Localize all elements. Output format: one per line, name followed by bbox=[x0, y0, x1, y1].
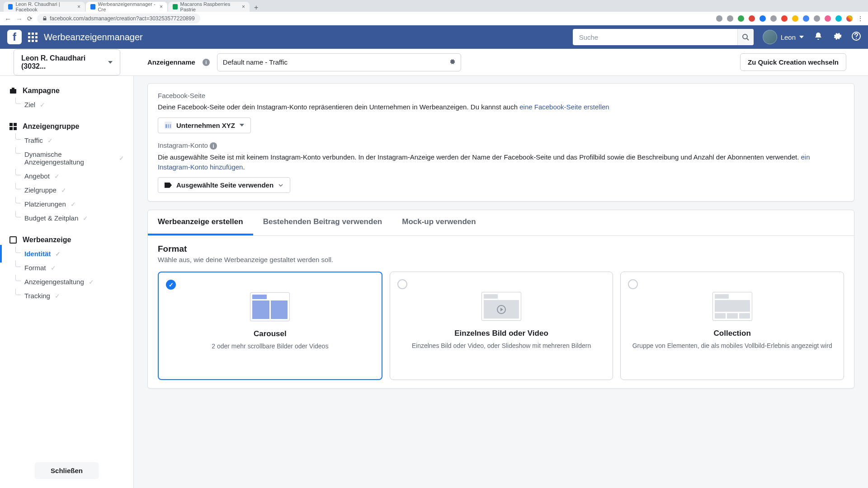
bell-icon[interactable] bbox=[814, 32, 823, 42]
back-icon[interactable]: ← bbox=[5, 15, 11, 23]
check-icon: ✓ bbox=[119, 155, 124, 162]
format-card-carousel[interactable]: Carousel 2 oder mehr scrollbare Bilder o… bbox=[158, 272, 382, 380]
browser-tab[interactable]: Leon R. Chaudhari | Facebook× bbox=[4, 2, 85, 12]
search-icon bbox=[742, 33, 749, 41]
user-menu[interactable]: Leon bbox=[763, 30, 804, 44]
extension-icon[interactable] bbox=[792, 15, 798, 22]
search-input[interactable] bbox=[573, 33, 737, 41]
close-icon[interactable]: × bbox=[160, 4, 163, 10]
sidebar-item-budget[interactable]: Budget & Zeitplan✓ bbox=[0, 211, 133, 225]
check-icon: ✓ bbox=[51, 264, 56, 272]
account-dropdown[interactable]: Leon R. Chaudhari (3032... bbox=[14, 49, 120, 75]
tab-existing-post[interactable]: Bestehenden Beitrag verwenden bbox=[253, 210, 392, 235]
extension-icon[interactable] bbox=[825, 15, 831, 22]
sidebar-item-audience[interactable]: Zielgruppe✓ bbox=[0, 183, 133, 197]
format-card-collection[interactable]: Collection Gruppe von Elementen, die als… bbox=[620, 272, 844, 380]
gear-icon[interactable] bbox=[448, 58, 455, 67]
chevron-down-icon bbox=[108, 61, 113, 64]
creative-card: Werbeanzeige erstellen Bestehenden Beitr… bbox=[147, 210, 854, 389]
extension-icon[interactable] bbox=[814, 15, 820, 22]
svg-rect-6 bbox=[14, 123, 17, 126]
fb-page-label: Facebook-Seite bbox=[158, 92, 844, 99]
briefcase-icon bbox=[9, 87, 17, 95]
sidebar-item-tracking[interactable]: Tracking✓ bbox=[0, 289, 133, 303]
ig-dropdown[interactable]: Ausgewählte Seite verwenden bbox=[158, 177, 290, 193]
flag-icon bbox=[165, 183, 172, 188]
format-title: Format bbox=[158, 244, 844, 254]
content-area: Facebook-Seite Deine Facebook-Seite oder… bbox=[134, 76, 868, 488]
chevron-down-icon bbox=[278, 183, 283, 188]
sidebar-item-placements[interactable]: Platzierungen✓ bbox=[0, 197, 133, 211]
extension-icon[interactable] bbox=[760, 15, 766, 22]
sidebar-item-traffic[interactable]: Traffic✓ bbox=[0, 133, 133, 147]
tab-mockup[interactable]: Mock-up verwenden bbox=[392, 210, 486, 235]
facebook-logo-icon[interactable]: f bbox=[7, 30, 22, 44]
extension-icon[interactable] bbox=[781, 15, 788, 22]
reload-icon[interactable]: ⟳ bbox=[27, 15, 33, 22]
gear-icon[interactable] bbox=[833, 32, 842, 42]
user-name: Leon bbox=[781, 33, 796, 41]
sidebar-head-campaign[interactable]: Kampagne bbox=[0, 84, 133, 98]
sidebar-item-offer[interactable]: Angebot✓ bbox=[0, 169, 133, 183]
ad-icon bbox=[9, 236, 17, 244]
profile-avatar-icon[interactable] bbox=[846, 15, 853, 22]
create-page-link[interactable]: eine Facebook-Seite erstellen bbox=[519, 103, 609, 111]
chevron-down-icon bbox=[240, 124, 244, 127]
check-icon: ✓ bbox=[54, 173, 60, 180]
ad-name-input[interactable] bbox=[223, 58, 448, 66]
extension-icon[interactable] bbox=[749, 15, 755, 22]
svg-rect-4 bbox=[12, 88, 14, 89]
sidebar-item-dynamic[interactable]: Dynamische Anzeigengestaltung✓ bbox=[0, 147, 133, 169]
menu-icon[interactable]: ⋮ bbox=[857, 15, 863, 22]
close-button[interactable]: Schließen bbox=[34, 462, 99, 479]
format-title-text: Carousel bbox=[168, 329, 373, 338]
browser-tab[interactable]: Macarons Raspberries Pastrie× bbox=[168, 2, 250, 12]
tab-title: Werbeanzeigenmanager - Cre bbox=[98, 1, 157, 12]
info-icon[interactable]: i bbox=[210, 142, 217, 150]
extension-icon[interactable] bbox=[727, 15, 733, 22]
extension-icon[interactable] bbox=[835, 15, 842, 22]
svg-rect-8 bbox=[14, 127, 17, 130]
sidebar-item-identity[interactable]: Identität✓ bbox=[0, 247, 133, 261]
sidebar-item-format[interactable]: Format✓ bbox=[0, 261, 133, 275]
avatar bbox=[763, 30, 777, 44]
help-icon[interactable] bbox=[852, 32, 861, 42]
app-title: Werbeanzeigenmanager bbox=[44, 32, 143, 42]
extension-icon[interactable] bbox=[738, 15, 744, 22]
apps-grid-icon[interactable] bbox=[28, 33, 38, 42]
sub-header: Leon R. Chaudhari (3032... Anzeigenname … bbox=[0, 49, 868, 76]
sidebar-item-creative[interactable]: Anzeigengestaltung✓ bbox=[0, 275, 133, 289]
format-card-single[interactable]: Einzelnes Bild oder Video Einzelnes Bild… bbox=[390, 272, 613, 380]
check-icon: ✓ bbox=[47, 137, 53, 144]
sidebar: Kampagne Ziel✓ Anzeigengruppe Traffic✓ D… bbox=[0, 76, 134, 488]
check-icon: ✓ bbox=[40, 101, 45, 108]
close-icon[interactable]: × bbox=[77, 4, 80, 10]
quick-creation-button[interactable]: Zu Quick Creation wechseln bbox=[740, 53, 846, 71]
info-icon[interactable]: i bbox=[203, 59, 210, 66]
check-icon: ✓ bbox=[71, 201, 76, 208]
format-desc-text: Einzelnes Bild oder Video, oder Slidesho… bbox=[399, 342, 604, 351]
extension-icon[interactable] bbox=[770, 15, 777, 22]
sidebar-head-ad[interactable]: Werbeanzeige bbox=[0, 233, 133, 247]
ig-body: Die ausgewählte Seite ist mit keinem Ins… bbox=[158, 152, 844, 172]
format-desc-text: Gruppe von Elementen, die als mobiles Vo… bbox=[630, 342, 835, 351]
svg-rect-9 bbox=[10, 237, 16, 243]
tab-create-ad[interactable]: Werbeanzeige erstellen bbox=[148, 210, 253, 235]
browser-tab[interactable]: Werbeanzeigenmanager - Cre× bbox=[86, 2, 167, 12]
single-illustration-icon bbox=[481, 292, 521, 321]
extension-icon[interactable] bbox=[803, 15, 809, 22]
search-wrap bbox=[573, 29, 754, 45]
check-icon: ✓ bbox=[89, 278, 94, 286]
sidebar-item-ziel[interactable]: Ziel✓ bbox=[0, 98, 133, 112]
fb-page-dropdown[interactable]: Unternehmen XYZ bbox=[158, 117, 251, 133]
lock-icon bbox=[42, 16, 47, 21]
fb-header: f Werbeanzeigenmanager Leon bbox=[0, 25, 868, 49]
new-tab-button[interactable]: + bbox=[250, 4, 262, 12]
address-bar[interactable]: facebook.com/adsmanager/creation?act=303… bbox=[37, 14, 200, 23]
close-icon[interactable]: × bbox=[242, 4, 245, 10]
url-text: facebook.com/adsmanager/creation?act=303… bbox=[50, 15, 195, 22]
sidebar-head-adset[interactable]: Anzeigengruppe bbox=[0, 120, 133, 133]
extension-icon[interactable] bbox=[716, 15, 722, 22]
search-button[interactable] bbox=[737, 29, 754, 45]
creative-tabs: Werbeanzeige erstellen Bestehenden Beitr… bbox=[148, 210, 854, 236]
